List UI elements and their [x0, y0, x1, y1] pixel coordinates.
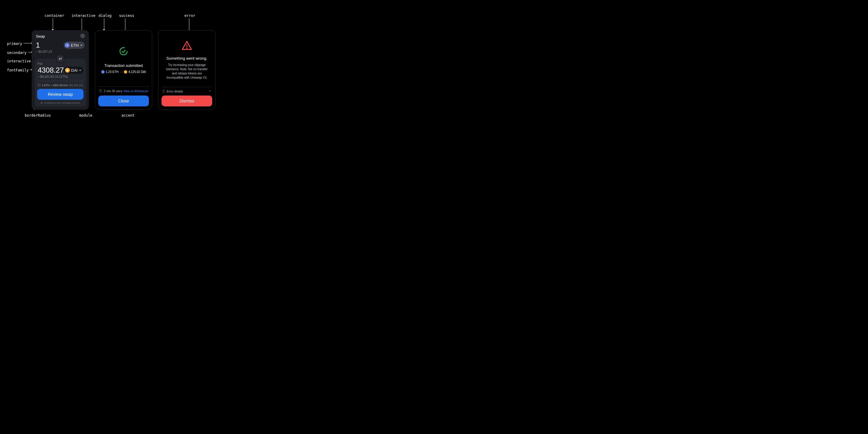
chevron-down-icon: [209, 90, 212, 93]
success-check-icon: [119, 46, 128, 56]
annotation-primary: primary: [7, 41, 22, 46]
sell-amount[interactable]: 1: [36, 41, 40, 50]
error-dialog: Something went wrong. Try increasing you…: [158, 30, 216, 110]
clock-icon: [99, 89, 102, 93]
annotation-error: error: [184, 13, 195, 18]
annotation-module: module: [79, 113, 92, 118]
annotation-borderradius: borderRadius: [25, 113, 51, 118]
dismiss-button[interactable]: Dismiss: [161, 96, 212, 106]
swap-direction-button[interactable]: [56, 55, 64, 63]
swap-container: Swap 1 ♦ ETH ~ $4,307.23 For 4308.27 ◈ D…: [32, 30, 89, 110]
sell-token-symbol: ETH: [71, 43, 79, 48]
eth-icon: [101, 70, 104, 73]
info-icon: [38, 84, 41, 87]
buy-usd: ~ $4,301.93 (-0.117%): [37, 74, 84, 79]
chevron-down-icon: [80, 42, 83, 48]
gear-icon[interactable]: [81, 34, 85, 39]
annotation-interactive-mid: interactive: [7, 59, 31, 63]
powered-by: ⇆ Powered by the Uniswap protocol: [37, 101, 84, 104]
swap-title: Swap: [36, 34, 45, 38]
eth-icon: ♦: [65, 43, 70, 48]
sell-token-selector[interactable]: ♦ ETH: [64, 41, 85, 49]
svg-point-6: [187, 48, 187, 49]
annotation-interactive-top: interactive: [71, 13, 95, 18]
info-icon: [162, 90, 165, 93]
annotation-dialog: dialog: [98, 13, 112, 18]
buy-token-selector[interactable]: ◈ DAI: [64, 67, 84, 74]
error-details-toggle[interactable]: Error details: [161, 90, 212, 96]
view-etherscan-link[interactable]: View on Etherscan: [123, 90, 148, 93]
error-dialog-title: Something went wrong.: [166, 56, 207, 61]
dai-icon: [124, 70, 127, 73]
error-dialog-description: Try increasing your slippage tolerance. …: [161, 63, 212, 80]
tx-dialog: Transaction submitted 1.23 ETH → 4,125.0…: [95, 30, 152, 110]
tx-summary: 1.23 ETH → 4,125.02 DAI: [101, 70, 146, 73]
svg-point-0: [82, 35, 83, 36]
annotation-accent: accent: [121, 113, 134, 118]
error-warning-icon: [181, 40, 192, 50]
annotation-container: container: [44, 13, 64, 18]
annotation-secondary: secondary: [7, 51, 27, 55]
sell-usd: ~ $4,307.23: [35, 50, 86, 53]
rate-usd: ($4,325.23): [69, 84, 83, 87]
buy-module: For 4308.27 ◈ DAI ~ $4,301.93 (-0.117%) …: [35, 59, 86, 107]
buy-amount: 4308.27: [38, 66, 64, 74]
tx-dialog-title: Transaction submitted: [104, 63, 143, 68]
chevron-down-icon: [79, 67, 82, 73]
buy-token-symbol: DAI: [71, 68, 78, 73]
dai-icon: ◈: [65, 68, 70, 73]
tx-time: 2 min 35 secs: [104, 90, 122, 93]
close-button[interactable]: Close: [98, 96, 149, 106]
annotation-fontfamily: fontFamily: [7, 68, 29, 72]
rate-text: 1 ETH = 4301.55 DAI: [42, 84, 68, 87]
annotation-success: success: [119, 13, 134, 18]
review-swap-button[interactable]: Review swap: [37, 89, 84, 100]
uniswap-logo-icon: ⇆: [41, 101, 43, 104]
